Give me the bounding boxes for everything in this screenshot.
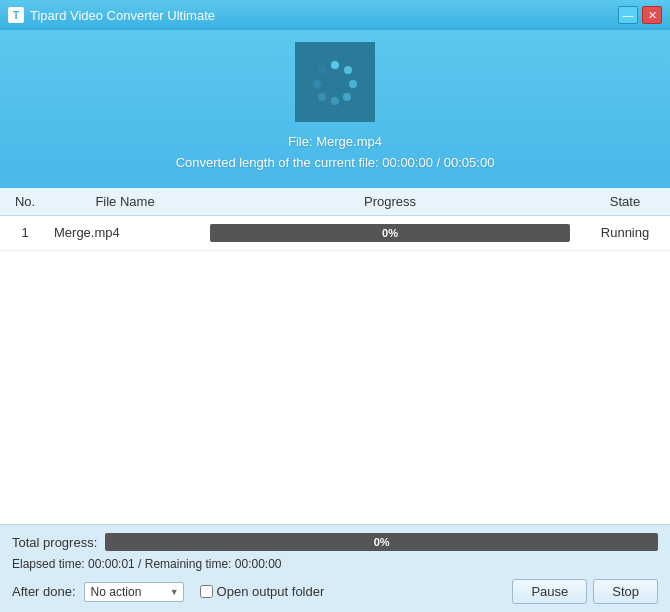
main-content: File: Merge.mp4 Converted length of the … xyxy=(0,30,670,612)
title-bar-controls: — ✕ xyxy=(618,6,662,24)
after-done-row: After done: No action Exit program Hiber… xyxy=(12,579,658,604)
after-done-select-wrap[interactable]: No action Exit program Hibernate Shut do… xyxy=(84,582,184,602)
col-no: No. xyxy=(0,194,50,209)
row-progress-bar: 0% xyxy=(210,224,570,242)
bottom-section: Total progress: 0% Elapsed time: 00:00:0… xyxy=(0,524,670,612)
after-done-select[interactable]: No action Exit program Hibernate Shut do… xyxy=(84,582,184,602)
total-progress-row: Total progress: 0% xyxy=(12,533,658,551)
loading-spinner xyxy=(310,57,360,107)
table-row: 1 Merge.mp4 0% Running xyxy=(0,216,670,251)
file-name-label: File: Merge.mp4 xyxy=(176,132,495,153)
action-buttons: Pause Stop xyxy=(512,579,658,604)
app-icon: T xyxy=(8,7,24,23)
open-output-folder-label[interactable]: Open output folder xyxy=(217,584,325,599)
col-filename: File Name xyxy=(50,194,200,209)
converted-length-label: Converted length of the current file: 00… xyxy=(176,153,495,174)
file-table: No. File Name Progress State 1 Merge.mp4… xyxy=(0,188,670,524)
row-no: 1 xyxy=(0,225,50,240)
file-info: File: Merge.mp4 Converted length of the … xyxy=(176,132,495,174)
row-progress-label: 0% xyxy=(382,227,398,239)
spinner-container xyxy=(295,42,375,122)
top-section: File: Merge.mp4 Converted length of the … xyxy=(0,30,670,188)
row-filename: Merge.mp4 xyxy=(50,225,200,240)
close-button[interactable]: ✕ xyxy=(642,6,662,24)
total-progress-percent: 0% xyxy=(374,536,390,548)
svg-point-6 xyxy=(313,80,321,88)
minimize-button[interactable]: — xyxy=(618,6,638,24)
after-done-label: After done: xyxy=(12,584,76,599)
row-state: Running xyxy=(580,225,670,240)
table-header: No. File Name Progress State xyxy=(0,188,670,216)
svg-point-4 xyxy=(331,97,339,105)
svg-point-5 xyxy=(318,93,326,101)
row-progress-cell: 0% xyxy=(200,224,580,242)
col-progress: Progress xyxy=(200,194,580,209)
app-icon-letter: T xyxy=(13,10,19,21)
total-progress-label-text: Total progress: xyxy=(12,535,97,550)
open-output-folder-checkbox[interactable] xyxy=(200,585,213,598)
stop-button[interactable]: Stop xyxy=(593,579,658,604)
total-progress-bar: 0% xyxy=(105,533,658,551)
svg-point-2 xyxy=(349,80,357,88)
open-output-folder-wrap: Open output folder xyxy=(200,584,325,599)
svg-point-0 xyxy=(331,61,339,69)
title-bar: T Tipard Video Converter Ultimate — ✕ xyxy=(0,0,670,30)
app-title: Tipard Video Converter Ultimate xyxy=(30,8,618,23)
pause-button[interactable]: Pause xyxy=(512,579,587,604)
svg-point-7 xyxy=(318,66,326,74)
svg-point-1 xyxy=(344,66,352,74)
svg-point-3 xyxy=(343,93,351,101)
col-state: State xyxy=(580,194,670,209)
time-info: Elapsed time: 00:00:01 / Remaining time:… xyxy=(12,557,658,571)
